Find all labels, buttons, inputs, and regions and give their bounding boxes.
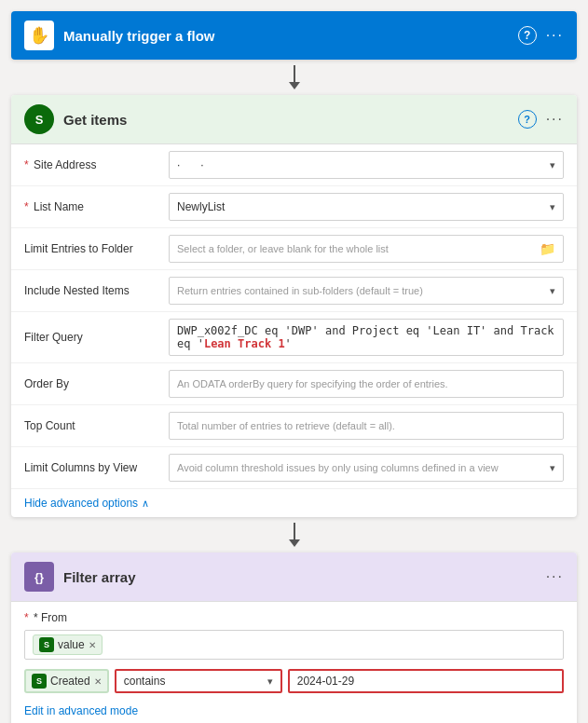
hide-advanced-caret: ∧ xyxy=(142,498,149,510)
topcount-label: Top Count xyxy=(24,419,169,432)
value-chip-icon: S xyxy=(39,637,54,652)
arrow-head-2 xyxy=(289,539,300,547)
arrow-line-2 xyxy=(294,523,295,539)
filterarray-card: {} Filter array ··· * * From S value ✕ xyxy=(11,552,577,723)
nested-control[interactable]: Return entries contained in sub-folders … xyxy=(169,277,564,305)
folder-placeholder: Select a folder, or leave blank for the … xyxy=(177,243,389,254)
hide-advanced-label: Hide advanced options xyxy=(24,497,138,510)
value-input-text: 2024-01-29 xyxy=(297,675,354,688)
filter-query-value: DWP_x002f_DC eq 'DWP' and Project eq 'Le… xyxy=(177,324,554,350)
topcount-control[interactable]: Total number of entries to retrieve (def… xyxy=(169,412,564,440)
folder-control[interactable]: Select a folder, or leave blank for the … xyxy=(169,235,564,263)
value-chip-close[interactable]: ✕ xyxy=(89,640,96,650)
folder-icon: 📁 xyxy=(540,241,555,256)
trigger-card: ✋ Manually trigger a flow ? ··· xyxy=(11,11,577,60)
folder-label: Limit Entries to Folder xyxy=(24,242,169,255)
list-name-control[interactable]: NewlyList ▾ xyxy=(169,193,564,221)
list-name-row: * List Name NewlyList ▾ xyxy=(11,186,577,228)
getitems-title: Get items xyxy=(63,112,509,128)
value-chip-label: value xyxy=(58,638,85,651)
arrow-line-1 xyxy=(294,65,295,82)
trigger-title: Manually trigger a flow xyxy=(63,28,509,44)
condition-chip-icon: S xyxy=(32,674,47,689)
flow-container: ✋ Manually trigger a flow ? ··· S Get it… xyxy=(11,11,577,723)
getitems-more-icon[interactable]: ··· xyxy=(546,111,564,128)
arrow-2 xyxy=(289,517,300,552)
topcount-placeholder: Total number of entries to retrieve (def… xyxy=(177,420,395,431)
trigger-more-icon[interactable]: ··· xyxy=(546,27,564,44)
trigger-actions: ? ··· xyxy=(518,26,564,45)
filterarray-body: * * From S value ✕ S Created ✕ xyxy=(11,602,577,723)
from-label-text: * From xyxy=(34,611,67,624)
condition-row: S Created ✕ contains ▾ 2024-01-29 xyxy=(24,669,564,693)
from-label: * * From xyxy=(24,611,564,624)
nested-label: Include Nested Items xyxy=(24,284,169,297)
limitcols-row: Limit Columns by View Avoid column thres… xyxy=(11,447,577,489)
limitcols-control[interactable]: Avoid column threshold issues by only us… xyxy=(169,454,564,482)
required-star-2: * xyxy=(24,200,29,213)
getitems-help-icon[interactable]: ? xyxy=(518,110,537,129)
getitems-icon: S xyxy=(24,104,54,134)
folder-row: Limit Entries to Folder Select a folder,… xyxy=(11,228,577,270)
condition-chip-label: Created xyxy=(50,675,90,688)
trigger-help-icon[interactable]: ? xyxy=(518,26,537,45)
trigger-icon: ✋ xyxy=(24,20,54,50)
filter-query-control[interactable]: DWP_x002f_DC eq 'DWP' and Project eq 'Le… xyxy=(169,319,564,356)
orderby-label: Order By xyxy=(24,377,169,390)
nested-row: Include Nested Items Return entries cont… xyxy=(11,270,577,312)
edit-advanced-link[interactable]: Edit in advanced mode xyxy=(24,704,138,717)
topcount-row: Top Count Total number of entries to ret… xyxy=(11,405,577,447)
list-name-label: * List Name xyxy=(24,200,169,213)
filterarray-icon: {} xyxy=(24,562,54,592)
getitems-header: S Get items ? ··· xyxy=(11,95,577,144)
arrow-1 xyxy=(289,60,300,95)
orderby-row: Order By An ODATA orderBy query for spec… xyxy=(11,363,577,405)
orderby-control[interactable]: An ODATA orderBy query for specifying th… xyxy=(169,370,564,398)
value-input[interactable]: 2024-01-29 xyxy=(288,669,564,693)
filter-row: Filter Query DWP_x002f_DC eq 'DWP' and P… xyxy=(11,312,577,363)
contains-label: contains xyxy=(124,675,166,688)
getitems-card: S Get items ? ··· * Site Address · · ▾ xyxy=(11,95,577,517)
value-chip: S value ✕ xyxy=(33,634,103,655)
required-star-3: * xyxy=(24,611,29,624)
trigger-header: ✋ Manually trigger a flow ? ··· xyxy=(11,11,577,60)
getitems-actions: ? ··· xyxy=(518,110,564,129)
limitcols-chevron: ▾ xyxy=(550,462,555,474)
value-chip-row[interactable]: S value ✕ xyxy=(24,630,564,660)
nested-chevron: ▾ xyxy=(550,285,555,297)
condition-chip-close[interactable]: ✕ xyxy=(94,676,102,687)
filterarray-header: {} Filter array ··· xyxy=(11,552,577,602)
filterarray-title: Filter array xyxy=(63,569,537,585)
site-address-chevron: ▾ xyxy=(550,159,555,171)
site-address-label: * Site Address xyxy=(24,158,169,171)
filterarray-more-icon[interactable]: ··· xyxy=(546,568,564,585)
site-address-control[interactable]: · · ▾ xyxy=(169,151,564,179)
list-name-chevron: ▾ xyxy=(550,201,555,213)
condition-chip: S Created ✕ xyxy=(24,669,109,693)
filter-label: Filter Query xyxy=(24,331,169,344)
list-name-value: NewlyList xyxy=(177,200,225,213)
nested-placeholder: Return entries contained in sub-folders … xyxy=(177,285,423,296)
contains-dropdown[interactable]: contains ▾ xyxy=(115,669,282,693)
required-star-1: * xyxy=(24,158,29,171)
filterarray-actions: ··· xyxy=(546,568,564,585)
limitcols-label: Limit Columns by View xyxy=(24,461,169,474)
getitems-body: * Site Address · · ▾ * List Name NewlyLi… xyxy=(11,144,577,517)
site-address-value: · · xyxy=(177,158,207,171)
arrow-head-1 xyxy=(289,82,300,89)
hide-advanced-button[interactable]: Hide advanced options ∧ xyxy=(11,489,577,517)
limitcols-placeholder: Avoid column threshold issues by only us… xyxy=(177,462,499,473)
orderby-placeholder: An ODATA orderBy query for specifying th… xyxy=(177,378,448,389)
contains-chevron: ▾ xyxy=(267,675,273,688)
site-address-row: * Site Address · · ▾ xyxy=(11,144,577,186)
